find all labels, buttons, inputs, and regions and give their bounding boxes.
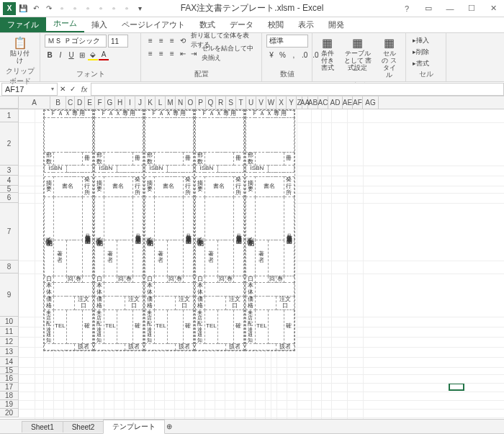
col-header[interactable]: U (246, 96, 256, 109)
row-header[interactable]: 4 (0, 176, 19, 186)
font-color-button[interactable]: A (99, 49, 109, 60)
cell-style-button[interactable]: ▦セルの スタイル (377, 35, 401, 81)
sheet-tab[interactable]: Sheet1 (22, 421, 63, 433)
comma-button[interactable]: , (289, 49, 299, 60)
number-format-select[interactable]: 標準 (266, 35, 308, 48)
qat-icon[interactable]: ▫ (69, 3, 81, 14)
col-header[interactable]: D (75, 96, 85, 109)
qat-icon[interactable]: ▫ (95, 3, 107, 14)
format-cells-button[interactable]: ▸書式 (410, 58, 431, 69)
tab-file[interactable]: ファイル (0, 17, 46, 32)
percent-button[interactable]: % (277, 49, 288, 60)
align-left-button[interactable]: ≡ (145, 48, 156, 59)
row-header[interactable]: 19 (0, 400, 19, 409)
tab-home[interactable]: ホーム (46, 16, 84, 32)
fx-confirm-icon[interactable]: ✓ (68, 83, 78, 95)
row-header[interactable]: 7 (0, 203, 19, 261)
row-header[interactable]: 17 (0, 383, 19, 392)
maximize-icon[interactable]: ☐ (461, 0, 482, 17)
ribbon-options-icon[interactable]: ▭ (418, 0, 439, 17)
align-center-button[interactable]: ≡ (156, 48, 166, 59)
qat-dropdown-icon[interactable]: ▾ (134, 3, 145, 14)
insert-cells-button[interactable]: ▸挿入 (410, 35, 431, 46)
minimize-icon[interactable]: — (439, 0, 461, 17)
col-header[interactable]: G (105, 96, 115, 109)
col-header[interactable]: L (156, 96, 166, 109)
row-header[interactable]: 2 (0, 122, 19, 166)
merge-button[interactable]: セルを結合して中央揃え (199, 48, 257, 59)
col-header[interactable]: C (66, 96, 75, 109)
sheet-tab[interactable]: テンプレート (103, 420, 165, 434)
col-header[interactable]: N (176, 96, 186, 109)
tab-view[interactable]: 表示 (291, 17, 321, 32)
qat-icon[interactable]: ▫ (108, 3, 120, 14)
undo-icon[interactable]: ↶ (30, 3, 42, 14)
col-header[interactable]: AA (302, 96, 308, 109)
col-header[interactable]: T (236, 96, 246, 109)
save-icon[interactable]: 💾 (17, 3, 29, 14)
tab-insert[interactable]: 挿入 (84, 17, 114, 32)
col-header[interactable]: AC (318, 96, 328, 109)
row-header[interactable]: 3 (0, 166, 19, 176)
col-header[interactable]: X (276, 96, 287, 109)
row-header[interactable]: 1 (0, 109, 19, 122)
help-icon[interactable]: ? (396, 0, 418, 17)
col-header[interactable]: M (166, 96, 176, 109)
fx-icon[interactable]: fx (78, 85, 91, 94)
cond-format-button[interactable]: ▦条件付き 書式 (317, 35, 338, 73)
col-header[interactable]: Q (206, 96, 216, 109)
paste-button[interactable]: 📋貼り付け (4, 35, 35, 66)
font-size-select[interactable]: 11 (108, 35, 128, 48)
indent-inc-button[interactable]: ⇥ (189, 48, 199, 59)
redo-icon[interactable]: ↷ (43, 3, 55, 14)
underline-button[interactable]: U (66, 49, 76, 60)
align-top-button[interactable]: ≡ (145, 35, 156, 46)
row-header[interactable]: 18 (0, 392, 19, 400)
row-header[interactable]: 14 (0, 357, 19, 367)
border-button[interactable]: ⊞ (77, 49, 87, 60)
col-header[interactable]: O (186, 96, 196, 109)
col-header[interactable]: W (266, 96, 276, 109)
col-header[interactable]: V (256, 96, 266, 109)
col-header[interactable]: K (145, 96, 156, 109)
currency-button[interactable]: ¥ (266, 49, 276, 60)
row-header[interactable]: 20 (0, 409, 19, 417)
row-header[interactable]: 8 (0, 261, 19, 273)
row-header[interactable]: 13 (0, 347, 19, 357)
col-header[interactable]: AF (353, 96, 363, 109)
col-header[interactable]: I (125, 96, 135, 109)
italic-button[interactable]: I (55, 49, 66, 60)
close-icon[interactable]: ✕ (482, 0, 504, 17)
col-header[interactable]: B (50, 96, 66, 109)
row-header[interactable]: 6 (0, 193, 19, 203)
col-header[interactable]: A (19, 96, 50, 109)
col-header[interactable]: S (226, 96, 236, 109)
qat-icon[interactable]: ▫ (121, 3, 132, 14)
new-sheet-button[interactable]: ⊕ (164, 421, 174, 433)
col-header[interactable]: R (216, 96, 226, 109)
fill-color-button[interactable]: ⬙ (88, 49, 98, 60)
row-header[interactable]: 10 (0, 317, 19, 327)
row-header[interactable]: 5 (0, 186, 19, 193)
align-middle-button[interactable]: ≡ (156, 35, 166, 46)
table-format-button[interactable]: ▦テーブルとして 書式設定 (341, 35, 374, 73)
row-header[interactable]: 15 (0, 367, 19, 374)
font-name-select[interactable]: ＭＳ Ｐゴシック (45, 35, 107, 48)
tab-layout[interactable]: ページレイアウト (114, 17, 192, 32)
inc-decimal-button[interactable]: .0 (300, 49, 310, 60)
col-header[interactable]: F (95, 96, 105, 109)
col-header[interactable]: H (115, 96, 125, 109)
col-header[interactable]: J (135, 96, 145, 109)
formula-bar[interactable] (91, 83, 504, 96)
select-all-corner[interactable] (0, 96, 19, 109)
col-header[interactable]: AE (343, 96, 353, 109)
align-right-button[interactable]: ≡ (167, 48, 177, 59)
qat-icon[interactable]: ▫ (56, 3, 68, 14)
tab-formulas[interactable]: 数式 (192, 17, 222, 32)
col-header[interactable]: AG (363, 96, 379, 109)
tab-review[interactable]: 校閲 (261, 17, 291, 32)
row-header[interactable]: 9 (0, 273, 19, 317)
col-header[interactable]: AB (308, 96, 318, 109)
row-header[interactable]: 11 (0, 327, 19, 337)
col-header[interactable]: P (196, 96, 206, 109)
